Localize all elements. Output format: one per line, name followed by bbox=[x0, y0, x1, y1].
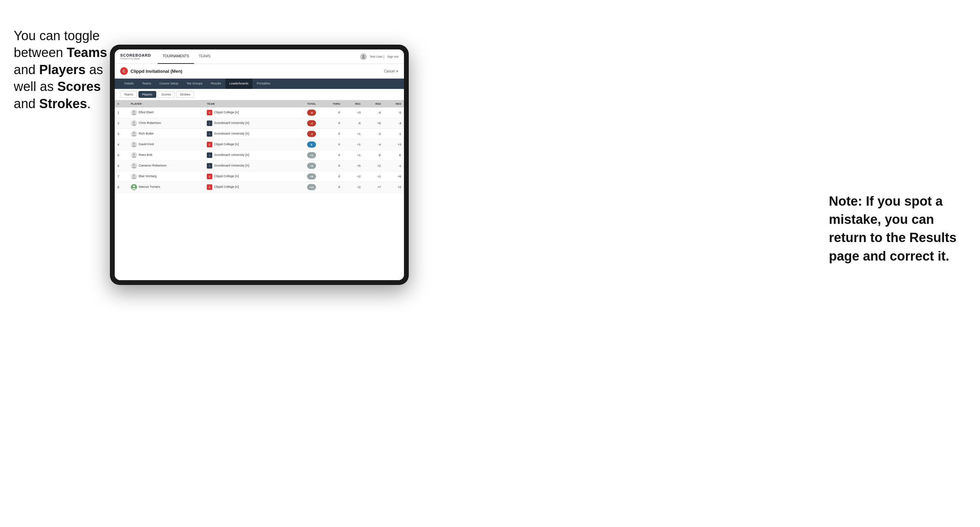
app-logo: SCOREBOARD bbox=[120, 53, 151, 57]
tournament-header: C Clippd Invitational (Men) Cancel ✕ bbox=[115, 64, 404, 79]
tablet-device: SCOREBOARD Powered by clippd TOURNAMENTS… bbox=[110, 44, 409, 285]
tab-results[interactable]: Results bbox=[207, 79, 225, 89]
col-rd1: RD1 bbox=[343, 100, 363, 108]
cell-team: ▪Scoreboard University [A] bbox=[204, 161, 292, 171]
cell-rd3: +2 bbox=[384, 182, 404, 193]
cell-total: +11 bbox=[292, 182, 319, 193]
cell-rank: 4 bbox=[115, 140, 128, 150]
cell-thru: F bbox=[319, 118, 343, 129]
col-player: PLAYER bbox=[128, 100, 204, 108]
tab-details[interactable]: Details bbox=[120, 79, 138, 89]
svg-point-8 bbox=[133, 164, 135, 166]
top-nav: SCOREBOARD Powered by clippd TOURNAMENTS… bbox=[115, 49, 404, 64]
table-row: 7 Blair McHarg CClippd College [A] +8 F … bbox=[115, 171, 404, 182]
svg-point-2 bbox=[363, 55, 364, 57]
user-name: Test User | bbox=[370, 55, 384, 58]
col-rd3: RD3 bbox=[384, 100, 404, 108]
nav-right: Test User | Sign out bbox=[360, 53, 398, 60]
table-row: 8 Marcus Turners CClippd College [A] +11… bbox=[115, 182, 404, 193]
cancel-button[interactable]: Cancel ✕ bbox=[384, 69, 398, 73]
cell-total: +8 bbox=[292, 171, 319, 182]
player-avatar bbox=[131, 131, 137, 137]
cell-rd1: +3 bbox=[343, 108, 363, 118]
tournament-title-area: C Clippd Invitational (Men) bbox=[120, 67, 182, 75]
cell-player: Rees Britt bbox=[128, 150, 204, 161]
cell-total: E bbox=[292, 140, 319, 150]
tablet-screen: SCOREBOARD Powered by clippd TOURNAMENTS… bbox=[115, 49, 404, 280]
cell-rd3: E bbox=[384, 150, 404, 161]
cell-thru: F bbox=[319, 150, 343, 161]
cell-rd3: -4 bbox=[384, 118, 404, 129]
tournament-logo: C bbox=[120, 67, 128, 75]
cell-rd2: -6 bbox=[363, 108, 384, 118]
cell-thru: F bbox=[319, 129, 343, 140]
player-avatar bbox=[131, 152, 137, 158]
cell-rd1: +1 bbox=[343, 129, 363, 140]
cell-rd3: -1 bbox=[384, 129, 404, 140]
table-row: 4 David Ford CClippd College [A] E F +1 … bbox=[115, 140, 404, 150]
players-table: # PLAYER TEAM TOTAL THRU RD1 RD2 RD3 1 E… bbox=[115, 100, 404, 193]
cell-rd3: -5 bbox=[384, 108, 404, 118]
nav-teams[interactable]: TEAMS bbox=[194, 49, 215, 64]
cell-rd1: -5 bbox=[343, 118, 363, 129]
svg-point-5 bbox=[133, 132, 135, 134]
players-bold: Players bbox=[39, 62, 86, 77]
cell-rd2: E bbox=[363, 150, 384, 161]
svg-point-4 bbox=[133, 122, 135, 123]
cell-rd2: +7 bbox=[363, 182, 384, 193]
cell-rank: 1 bbox=[115, 108, 128, 118]
tab-leaderboards[interactable]: Leaderboards bbox=[225, 79, 253, 89]
cell-rd2: +5 bbox=[363, 118, 384, 129]
cell-team: CClippd College [A] bbox=[204, 182, 292, 193]
toggle-strokes[interactable]: Strokes bbox=[176, 91, 194, 98]
cell-total: +6 bbox=[292, 161, 319, 171]
svg-point-9 bbox=[133, 175, 135, 176]
col-total: TOTAL bbox=[292, 100, 319, 108]
table-row: 3 Rich Butler ▪Scoreboard University [A]… bbox=[115, 129, 404, 140]
cell-rd2: -4 bbox=[363, 140, 384, 150]
cell-total: -8 bbox=[292, 108, 319, 118]
note-label: Note: If you spot a mistake, you can ret… bbox=[829, 194, 957, 264]
cell-player: Marcus Turners bbox=[128, 182, 204, 193]
cell-thru: F bbox=[319, 182, 343, 193]
cell-rd1: +2 bbox=[343, 182, 363, 193]
cell-rd2: -2 bbox=[363, 129, 384, 140]
tab-tee-groups[interactable]: Tee Groups bbox=[182, 79, 207, 89]
cell-rd2: +2 bbox=[363, 161, 384, 171]
cell-thru: F bbox=[319, 161, 343, 171]
left-annotation: You can toggle between Teams and Players… bbox=[14, 27, 110, 112]
toggle-scores[interactable]: Scores bbox=[158, 91, 175, 98]
tab-printables[interactable]: Printables bbox=[253, 79, 274, 89]
table-header-row: # PLAYER TEAM TOTAL THRU RD1 RD2 RD3 bbox=[115, 100, 404, 108]
cell-thru: F bbox=[319, 108, 343, 118]
col-team: TEAM bbox=[204, 100, 292, 108]
player-avatar bbox=[131, 173, 137, 179]
svg-point-6 bbox=[133, 143, 135, 144]
cell-rank: 7 bbox=[115, 171, 128, 182]
cell-team: ▪Scoreboard University [A] bbox=[204, 129, 292, 140]
logo-area: SCOREBOARD Powered by clippd bbox=[120, 53, 151, 60]
cell-rd2: +1 bbox=[363, 171, 384, 182]
sign-out-link[interactable]: Sign out bbox=[387, 55, 398, 58]
col-rd2: RD2 bbox=[363, 100, 384, 108]
svg-point-7 bbox=[133, 154, 135, 155]
svg-point-10 bbox=[133, 186, 135, 187]
toggle-players[interactable]: Players bbox=[138, 91, 156, 98]
tab-course-setup[interactable]: Course Setup bbox=[155, 79, 182, 89]
strokes-bold: Strokes bbox=[39, 97, 87, 111]
leaderboard-table: # PLAYER TEAM TOTAL THRU RD1 RD2 RD3 1 E… bbox=[115, 100, 404, 280]
cell-team: ▪Scoreboard University [A] bbox=[204, 150, 292, 161]
cell-rd3: +6 bbox=[384, 171, 404, 182]
toggle-teams[interactable]: Teams bbox=[120, 91, 137, 98]
table-row: 5 Rees Britt ▪Scoreboard University [A] … bbox=[115, 150, 404, 161]
player-avatar bbox=[131, 120, 137, 126]
cell-rank: 3 bbox=[115, 129, 128, 140]
nav-tournaments[interactable]: TOURNAMENTS bbox=[158, 49, 194, 64]
cell-player: Elliot Ebert bbox=[128, 108, 204, 118]
tab-bar: Details Teams Course Setup Tee Groups Re… bbox=[115, 79, 404, 89]
nav-links: TOURNAMENTS TEAMS bbox=[158, 49, 360, 64]
tab-teams[interactable]: Teams bbox=[138, 79, 156, 89]
cell-thru: F bbox=[319, 171, 343, 182]
scores-bold: Scores bbox=[57, 79, 101, 94]
cell-rd3: +3 bbox=[384, 140, 404, 150]
